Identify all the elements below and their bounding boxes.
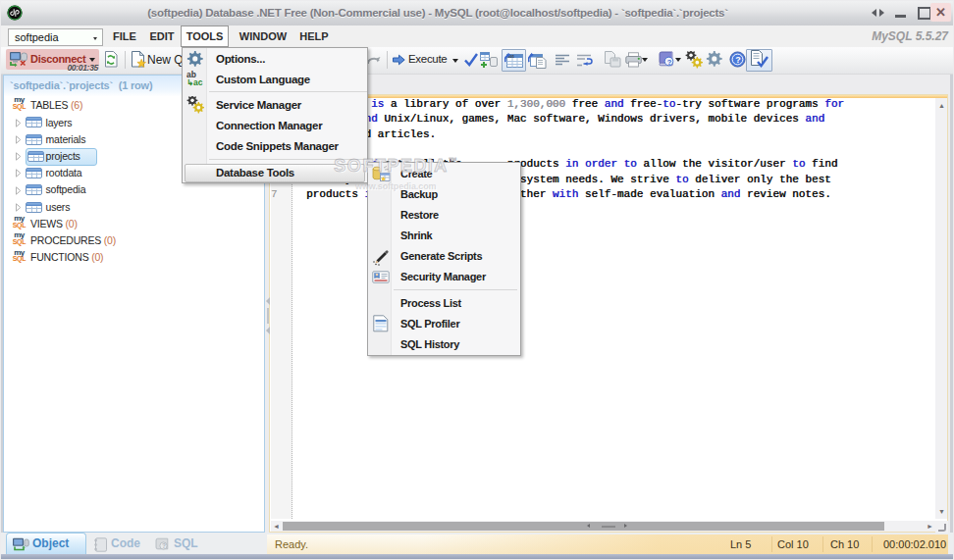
svg-text:?: ?	[735, 55, 741, 65]
svg-text:?: ?	[162, 542, 166, 549]
svg-text:?: ?	[667, 58, 672, 67]
